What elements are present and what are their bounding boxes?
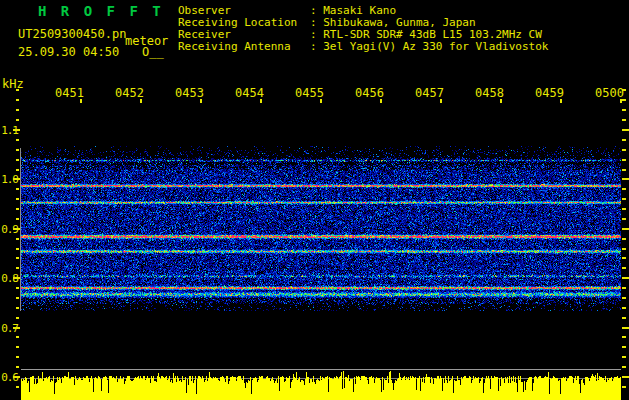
right-minor-tick <box>622 267 626 269</box>
x-tick <box>140 99 142 103</box>
x-tick <box>500 99 502 103</box>
status-counter: O__ <box>142 45 164 59</box>
x-tick-label: 0454 <box>234 86 264 100</box>
right-minor-tick <box>622 287 626 289</box>
y-minor-tick <box>16 119 19 121</box>
y-minor-tick <box>16 99 19 101</box>
right-minor-tick <box>622 139 626 141</box>
hrofft-screen: H R O F F T UT2509300450.pn meteor 25.09… <box>0 0 629 400</box>
right-minor-tick <box>622 317 626 319</box>
right-minor-tick <box>622 89 626 91</box>
x-tick-label: 0455 <box>294 86 324 100</box>
right-minor-tick <box>622 257 626 259</box>
info-value: 3el Yagi(V) Az 330 for Vladivostok <box>323 40 548 53</box>
right-minor-tick <box>622 198 626 200</box>
right-major-tick <box>622 376 629 378</box>
x-tick <box>260 99 262 103</box>
y-major-tick <box>13 228 20 230</box>
right-minor-tick <box>622 169 626 171</box>
y-minor-tick <box>16 356 19 358</box>
right-minor-tick <box>622 218 626 220</box>
y-minor-tick <box>16 317 19 319</box>
x-tick <box>80 99 82 103</box>
right-minor-tick <box>622 336 626 338</box>
y-axis-unit-label: kHz <box>2 77 24 91</box>
right-minor-tick <box>622 99 626 101</box>
right-minor-tick <box>622 159 626 161</box>
y-minor-tick <box>16 248 19 250</box>
y-minor-tick <box>16 208 19 210</box>
right-major-tick <box>622 327 629 329</box>
y-minor-tick <box>16 297 19 299</box>
x-tick-label: 0458 <box>474 86 504 100</box>
right-minor-tick <box>622 208 626 210</box>
x-tick <box>320 99 322 103</box>
y-minor-tick <box>16 188 19 190</box>
right-major-tick <box>622 178 629 180</box>
y-minor-tick <box>16 89 19 91</box>
y-minor-tick <box>16 287 19 289</box>
right-minor-tick <box>622 307 626 309</box>
right-minor-tick <box>622 188 626 190</box>
y-minor-tick <box>16 218 19 220</box>
info-colon: : <box>310 40 317 53</box>
y-minor-tick <box>16 336 19 338</box>
right-minor-tick <box>622 297 626 299</box>
y-major-tick <box>13 327 20 329</box>
app-title: H R O F F T <box>38 3 164 19</box>
y-minor-tick <box>16 238 19 240</box>
x-tick-label: 0500 <box>594 86 624 100</box>
y-minor-tick <box>16 267 19 269</box>
y-minor-tick <box>16 386 19 388</box>
y-minor-tick <box>16 109 19 111</box>
right-major-tick <box>622 129 629 131</box>
right-minor-tick <box>622 119 626 121</box>
x-tick-label: 0453 <box>174 86 204 100</box>
right-minor-tick <box>622 238 626 240</box>
x-tick <box>380 99 382 103</box>
right-major-tick <box>622 228 629 230</box>
noise-level-canvas <box>21 368 621 400</box>
right-major-tick <box>622 277 629 279</box>
y-minor-tick <box>16 159 19 161</box>
right-minor-tick <box>622 149 626 151</box>
y-major-tick <box>13 178 20 180</box>
y-major-tick <box>13 376 20 378</box>
right-minor-tick <box>622 248 626 250</box>
x-tick-label: 0452 <box>114 86 144 100</box>
x-tick-label: 0456 <box>354 86 384 100</box>
right-minor-tick <box>622 109 626 111</box>
x-tick <box>200 99 202 103</box>
y-minor-tick <box>16 346 19 348</box>
y-minor-tick <box>16 149 19 151</box>
spectrogram-canvas <box>21 146 621 311</box>
info-label: Receiving Antenna <box>178 41 310 53</box>
y-minor-tick <box>16 169 19 171</box>
x-tick <box>440 99 442 103</box>
x-tick <box>560 99 562 103</box>
y-major-tick <box>13 129 20 131</box>
y-minor-tick <box>16 257 19 259</box>
right-minor-tick <box>622 346 626 348</box>
right-minor-tick <box>622 366 626 368</box>
datetime-label: 25.09.30 04:50 <box>18 45 119 59</box>
x-tick-label: 0457 <box>414 86 444 100</box>
right-minor-tick <box>622 386 626 388</box>
x-tick-label: 0451 <box>54 86 84 100</box>
y-minor-tick <box>16 139 19 141</box>
x-tick-label: 0459 <box>534 86 564 100</box>
output-filename: UT2509300450.pn <box>18 27 126 41</box>
y-major-tick <box>13 277 20 279</box>
right-minor-tick <box>622 356 626 358</box>
y-minor-tick <box>16 198 19 200</box>
y-minor-tick <box>16 307 19 309</box>
y-minor-tick <box>16 366 19 368</box>
info-row-antenna: Receiving Antenna: 3el Yagi(V) Az 330 fo… <box>178 41 548 53</box>
